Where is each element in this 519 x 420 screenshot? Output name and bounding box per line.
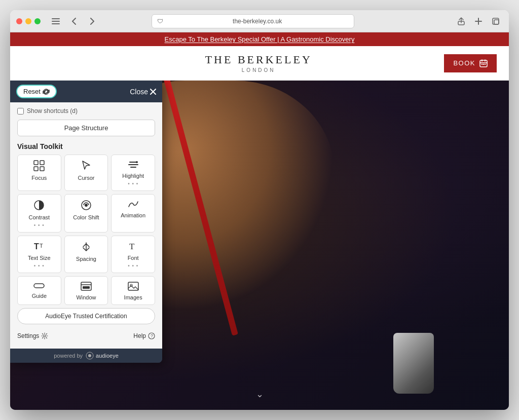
visual-toolkit-title: Visual Toolkit (17, 142, 155, 150)
minimize-traffic-light[interactable] (25, 18, 31, 24)
svg-point-17 (85, 204, 88, 207)
svg-rect-7 (481, 64, 483, 65)
svg-text:T: T (129, 242, 135, 251)
animation-icon (128, 200, 139, 210)
images-label: Images (124, 294, 142, 300)
svg-text:T: T (34, 242, 39, 251)
share-button[interactable] (454, 14, 468, 28)
certification-button[interactable]: AudioEye Trusted Certification (17, 308, 155, 324)
new-tab-button[interactable] (471, 14, 486, 28)
spacing-icon (81, 241, 92, 254)
panel-footer-actions: Settings Help ? (17, 330, 155, 343)
animation-label: Animation (121, 212, 145, 218)
toolkit-spacing[interactable]: Spacing (64, 236, 108, 273)
url-text: the-berkeley.co.uk (166, 18, 349, 25)
hero-area: ⌄ Reset Close (10, 81, 509, 410)
fullscreen-traffic-light[interactable] (34, 18, 41, 24)
cursor-label: Cursor (78, 175, 94, 181)
guide-icon (33, 282, 45, 291)
toolkit-cursor[interactable]: Cursor (64, 155, 108, 191)
hotel-logo: THE BERKELEY LONDON (73, 53, 444, 73)
accessibility-panel: Reset Close Show shortcuts (d) (10, 81, 162, 363)
svg-rect-8 (483, 64, 484, 65)
images-icon (128, 282, 139, 292)
panel-bottom-bar: powered by audioeye (10, 349, 162, 363)
sidebar-toggle-button[interactable] (49, 14, 63, 28)
svg-rect-5 (494, 20, 499, 24)
traffic-lights (16, 18, 41, 24)
toolkit-window[interactable]: Window (64, 276, 108, 305)
window-icon (81, 282, 92, 292)
highlight-icon (128, 160, 139, 171)
reset-label: Reset (23, 88, 41, 95)
toolkit-grid-row2: Contrast • • • Color Shift (17, 194, 155, 233)
announcement-bar: Escape To The Berkeley Special Offer | A… (10, 32, 509, 46)
hotel-name: THE BERKELEY (73, 53, 444, 66)
hotel-header: THE BERKELEY LONDON BOOK (10, 46, 509, 81)
help-button[interactable]: Help ? (133, 332, 155, 339)
toolkit-animation[interactable]: Animation (111, 194, 155, 233)
page-structure-button[interactable]: Page Structure (17, 120, 155, 136)
svg-rect-1 (52, 21, 60, 22)
toolkit-text-size[interactable]: TT Text Size • • • (17, 236, 61, 273)
toolkit-guide[interactable]: Guide (17, 276, 61, 305)
toolkit-focus[interactable]: Focus (17, 155, 61, 191)
svg-rect-2 (52, 23, 60, 24)
book-label: BOOK (453, 59, 475, 67)
browser-actions (454, 14, 503, 28)
window-label: Window (76, 294, 96, 300)
toolkit-grid-row1: Focus Cursor Highlight (17, 155, 155, 191)
focus-icon (33, 160, 45, 173)
toolkit-font[interactable]: T Font • • • (111, 236, 155, 273)
toolkit-grid-row3: TT Text Size • • • Spacing (17, 236, 155, 273)
guide-label: Guide (32, 293, 47, 299)
toolkit-contrast[interactable]: Contrast • • • (17, 194, 61, 233)
svg-rect-0 (52, 18, 60, 19)
focus-label: Focus (31, 175, 47, 181)
svg-rect-10 (34, 161, 38, 165)
back-button[interactable] (67, 14, 81, 28)
address-bar[interactable]: 🛡 the-berkeley.co.uk (152, 14, 354, 28)
toolkit-color-shift[interactable]: Color Shift (64, 194, 108, 233)
toolkit-images[interactable]: Images (111, 276, 155, 305)
audioeye-label: audioeye (96, 353, 119, 359)
shortcuts-checkbox[interactable] (17, 108, 24, 114)
contrast-dots: • • • (34, 222, 45, 228)
close-traffic-light[interactable] (16, 18, 22, 24)
close-label: Close (130, 88, 148, 96)
contrast-label: Contrast (29, 214, 50, 220)
help-label: Help (133, 332, 146, 339)
panel-header: Reset Close (10, 81, 162, 102)
text-size-icon: TT (33, 241, 45, 253)
settings-button[interactable]: Settings (17, 332, 48, 339)
forward-button[interactable] (85, 14, 99, 28)
announcement-link[interactable]: Escape To The Berkeley Special Offer | A… (165, 35, 355, 43)
contrast-icon (34, 200, 44, 212)
highlight-dots: • • • (128, 181, 138, 186)
svg-rect-11 (40, 161, 44, 165)
svg-text:T: T (40, 243, 43, 249)
svg-point-31 (88, 354, 91, 357)
spacing-label: Spacing (76, 256, 96, 262)
font-dots: • • • (128, 263, 138, 269)
cursor-icon (82, 160, 91, 173)
svg-rect-24 (83, 286, 90, 289)
svg-point-27 (44, 335, 46, 337)
svg-text:?: ? (151, 333, 153, 338)
browser-titlebar: 🛡 the-berkeley.co.uk (10, 10, 509, 32)
powered-by-text: powered by (54, 353, 83, 359)
svg-point-14 (136, 161, 138, 163)
security-icon: 🛡 (157, 18, 163, 25)
website-content: Escape To The Berkeley Special Offer | A… (10, 32, 509, 410)
reset-button[interactable]: Reset (16, 85, 57, 98)
font-icon: T (128, 241, 138, 253)
svg-rect-21 (34, 284, 44, 288)
browser-window: 🛡 the-berkeley.co.uk Escape To The Berke… (10, 10, 509, 410)
highlight-label: Highlight (122, 173, 144, 179)
shortcuts-row: Show shortcuts (d) (17, 107, 155, 114)
toolkit-highlight[interactable]: Highlight • • • (111, 155, 155, 191)
tabs-button[interactable] (489, 14, 503, 28)
book-button[interactable]: BOOK (444, 54, 497, 72)
shortcuts-label[interactable]: Show shortcuts (d) (27, 107, 78, 114)
close-panel-button[interactable]: Close (130, 88, 156, 96)
